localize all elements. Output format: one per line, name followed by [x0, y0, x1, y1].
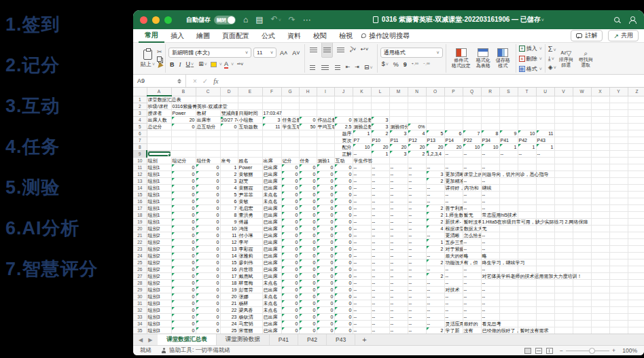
- grid-cell[interactable]: [591, 205, 609, 212]
- grid-cell[interactable]: 0: [281, 293, 299, 300]
- grid-cell[interactable]: 50: [299, 124, 317, 130]
- grid-cell[interactable]: [591, 171, 609, 178]
- grid-cell[interactable]: [573, 124, 591, 130]
- select-all-corner[interactable]: [133, 88, 147, 96]
- grid-cell[interactable]: --: [353, 287, 371, 293]
- grid-cell[interactable]: [609, 273, 628, 280]
- grid-cell[interactable]: --: [426, 164, 444, 171]
- grid-cell[interactable]: 0: [299, 239, 317, 246]
- merge-center-icon[interactable]: ⊟˅: [363, 62, 374, 73]
- grid-cell[interactable]: 已出席: [262, 185, 281, 192]
- grid-cell[interactable]: --: [389, 219, 408, 226]
- grid-cell[interactable]: 题序: [334, 130, 353, 137]
- grid-cell[interactable]: [609, 110, 628, 117]
- grid-cell[interactable]: [536, 205, 554, 212]
- grid-cell[interactable]: --: [426, 185, 444, 192]
- grid-cell[interactable]: [591, 239, 609, 246]
- grid-cell[interactable]: 6: [220, 198, 238, 205]
- grid-cell[interactable]: --: [463, 198, 481, 205]
- grid-cell[interactable]: [591, 287, 609, 293]
- grid-cell[interactable]: 组别2: [147, 280, 171, 287]
- align-left-icon[interactable]: [308, 59, 317, 75]
- grid-cell[interactable]: [554, 110, 573, 117]
- grid-cell[interactable]: [499, 124, 518, 130]
- grid-cell[interactable]: 任务总数: [281, 117, 299, 124]
- grid-cell[interactable]: 姓名: [238, 158, 262, 164]
- zoom-knob[interactable]: [589, 348, 595, 354]
- grid-cell[interactable]: 戴惠斌: [238, 273, 262, 280]
- grid-cell[interactable]: --: [353, 239, 371, 246]
- grid-cell[interactable]: 0: [171, 219, 196, 226]
- grid-cell[interactable]: 新技术-: [444, 219, 463, 226]
- grid-cell[interactable]: P42: [518, 137, 536, 144]
- grid-cell[interactable]: --: [463, 164, 481, 171]
- grid-cell[interactable]: [281, 110, 299, 117]
- grid-cell[interactable]: [499, 266, 518, 273]
- grid-cell[interactable]: --: [353, 212, 371, 219]
- grid-cell[interactable]: --: [389, 239, 408, 246]
- grid-cell[interactable]: 0: [334, 239, 353, 246]
- grid-cell[interactable]: 0: [317, 327, 334, 334]
- grid-cell[interactable]: [573, 151, 591, 158]
- grid-cell[interactable]: 0: [281, 205, 299, 212]
- grid-cell[interactable]: 0: [171, 164, 196, 171]
- grid-cell[interactable]: [554, 124, 573, 130]
- grid-cell[interactable]: [317, 103, 334, 110]
- grid-cell[interactable]: [609, 212, 628, 219]
- grid-cell[interactable]: 4: [408, 130, 426, 137]
- grid-cell[interactable]: --: [389, 232, 408, 239]
- grid-cell[interactable]: [609, 327, 628, 334]
- grid-cell[interactable]: [499, 300, 518, 307]
- number-format-select[interactable]: 通用格式˅: [380, 48, 443, 58]
- grid-cell[interactable]: [573, 198, 591, 205]
- grid-cell[interactable]: [609, 198, 628, 205]
- grid-cell[interactable]: [481, 124, 499, 130]
- grid-cell[interactable]: 冯莲: [238, 226, 262, 232]
- grid-cell[interactable]: --: [408, 246, 426, 253]
- grid-cell[interactable]: [591, 151, 609, 158]
- grid-cell[interactable]: [628, 117, 644, 124]
- grid-cell[interactable]: 0: [334, 185, 353, 192]
- grid-cell[interactable]: --: [371, 307, 389, 314]
- confirm-entry-icon[interactable]: ✓: [202, 77, 208, 85]
- grid-cell[interactable]: [536, 266, 554, 273]
- grid-cell[interactable]: 20: [444, 144, 463, 151]
- grid-cell[interactable]: [591, 280, 609, 287]
- align-bottom-icon[interactable]: [335, 43, 346, 58]
- grid-cell[interactable]: [518, 300, 536, 307]
- row-header-12[interactable]: 12: [133, 171, 147, 178]
- grid-cell[interactable]: 组记分: [171, 158, 196, 164]
- grid-cell[interactable]: [591, 219, 609, 226]
- grid-cell[interactable]: 0: [196, 205, 220, 212]
- column-header-P[interactable]: P: [444, 88, 463, 96]
- grid-cell[interactable]: --: [371, 280, 389, 287]
- grid-cell[interactable]: 0: [281, 239, 299, 246]
- grid-cell[interactable]: [628, 130, 644, 137]
- grid-cell[interactable]: 0: [299, 327, 317, 334]
- grid-cell[interactable]: [609, 151, 628, 158]
- grid-cell[interactable]: 学生作答: [353, 158, 371, 164]
- grid-cell[interactable]: 组别1: [147, 219, 171, 226]
- grid-cell[interactable]: 互动题数: [238, 124, 262, 130]
- grid-cell[interactable]: 已出席: [262, 212, 281, 219]
- format-as-table-button[interactable]: 格式化 為表格: [473, 48, 493, 69]
- grid-cell[interactable]: [554, 171, 573, 178]
- grid-cell[interactable]: --: [408, 293, 426, 300]
- grid-cell[interactable]: [389, 96, 408, 103]
- grid-cell[interactable]: [389, 158, 408, 164]
- grid-cell[interactable]: [518, 266, 536, 273]
- row-header-9[interactable]: 9: [133, 151, 147, 158]
- grid-cell[interactable]: --: [389, 185, 408, 192]
- grid-cell[interactable]: --: [353, 246, 371, 253]
- grid-cell[interactable]: 0: [196, 253, 220, 259]
- grid-cell[interactable]: --: [353, 266, 371, 273]
- grid-cell[interactable]: 0: [171, 205, 196, 212]
- grid-cell[interactable]: [554, 246, 573, 253]
- grid-cell[interactable]: [499, 198, 518, 205]
- grid-cell[interactable]: --: [463, 205, 481, 212]
- grid-cell[interactable]: 李彩霞: [238, 246, 262, 253]
- grid-cell[interactable]: 0: [317, 300, 334, 307]
- grid-cell[interactable]: 0: [196, 239, 220, 246]
- grid-cell[interactable]: [536, 321, 554, 327]
- grid-cell[interactable]: 10: [353, 144, 371, 151]
